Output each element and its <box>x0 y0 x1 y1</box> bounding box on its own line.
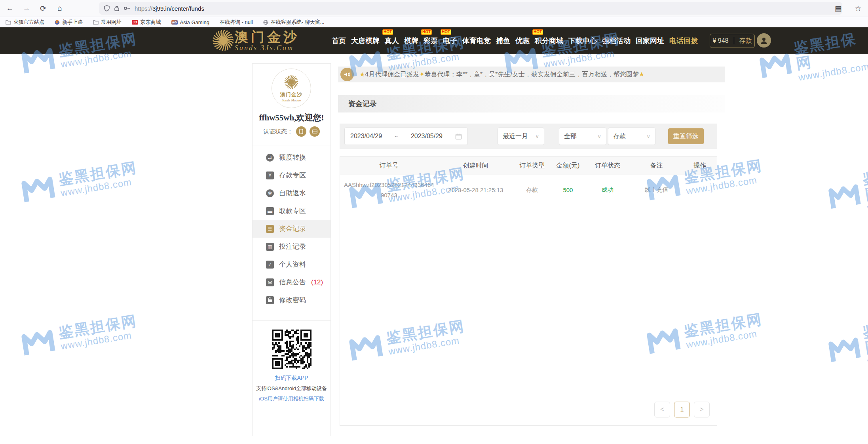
sidebar-item-funds[interactable]: ☰资金记录 <box>253 220 330 238</box>
bookmark-item[interactable]: JD京东商城 <box>132 19 161 26</box>
sidebar-menu: ⇄额度转换¥存款专区✻自助返水▬取款专区☰资金记录▥投注记录✓个人资料✉信息公告… <box>253 145 330 309</box>
nav-item-label: 下载中心 <box>568 37 597 45</box>
sidebar-item-label: 存款专区 <box>279 171 306 180</box>
reload-icon[interactable]: ⟳ <box>36 2 50 15</box>
nav-item[interactable]: HOT积分商城 <box>535 36 563 46</box>
reset-filter-button[interactable]: 重置筛选 <box>668 128 704 144</box>
column-header: 订单类型 <box>513 162 551 170</box>
next-page-button[interactable]: > <box>694 402 710 417</box>
nav-item-label: 积分商城 <box>535 37 563 45</box>
bookmark-item[interactable]: 火狐官方站点 <box>6 19 44 26</box>
deposit-button[interactable]: 存款 <box>739 37 752 45</box>
bookmark-item[interactable]: 在线咨询 - null <box>220 19 253 26</box>
sidebar-item-label: 额度转换 <box>279 153 306 162</box>
cell-type: 存款 <box>513 186 551 194</box>
sidebar-toggle-icon[interactable]: ▤ <box>832 2 845 15</box>
page-title-strip: 资金记录 <box>338 95 725 112</box>
sidebar-item-profile[interactable]: ✓个人资料 <box>253 255 330 273</box>
user-avatar-icon[interactable] <box>757 33 771 48</box>
bookmark-item[interactable]: 常用网址 <box>93 19 122 26</box>
category-select-value: 全部 <box>564 132 577 141</box>
prev-page-button[interactable]: < <box>654 402 670 417</box>
balance-pill[interactable]: ¥ 948 存款 <box>710 34 755 48</box>
nav-item[interactable]: 首页 <box>332 36 346 46</box>
announcement-bar: ★4月代理佣金已派发✦恭喜代理：李**，章*，吴*先生/女士，获实发佣金前三，百… <box>338 67 725 82</box>
nav-item[interactable]: HOT电子 <box>443 36 457 46</box>
bookmark-item[interactable]: AGAsia Gaming <box>171 19 209 25</box>
date-range-input[interactable]: 2023/04/29 ~ 2023/05/29 <box>344 128 468 145</box>
sidebar-item-exchange[interactable]: ⇄额度转换 <box>253 149 330 166</box>
cell-remark: 线上充值 <box>630 186 683 194</box>
bookmark-star-icon[interactable]: ☆ <box>851 2 865 15</box>
sidebar-item-label: 投注记录 <box>279 242 306 251</box>
current-page-button[interactable]: 1 <box>674 402 690 417</box>
avatar-sunburst-icon <box>284 74 299 91</box>
nav-item[interactable]: 回家网址 <box>636 36 664 46</box>
nav-item-label: 体育电竞 <box>462 37 491 45</box>
exchange-icon: ⇄ <box>266 154 274 162</box>
qr-support-text: 支持iOS&Android全部移动设备 <box>253 385 330 392</box>
mail-icon: ✉ <box>266 278 274 286</box>
logo-subtitle: Sands 3Js.Com <box>235 44 300 52</box>
nav-item[interactable]: 下载中心 <box>568 36 597 46</box>
nav-item[interactable]: 强档活动 <box>602 36 631 46</box>
nav-item[interactable]: 棋牌 <box>404 36 418 46</box>
nav-item[interactable]: 体育电竞 <box>462 36 491 46</box>
nav-item-label: 捕鱼 <box>496 37 510 45</box>
card-verify-icon[interactable] <box>310 126 320 137</box>
qr-download-link[interactable]: 扫码下载APP <box>253 375 330 382</box>
sidebar-item-mail[interactable]: ✉信息公告(12) <box>253 273 330 291</box>
watermark: 鉴黑担保网www.jhdb8.com <box>825 160 868 219</box>
category-select[interactable]: 全部 ∨ <box>559 128 606 145</box>
nav-item-label: 彩票 <box>424 37 438 45</box>
nav-item-label: 大唐棋牌 <box>351 37 380 45</box>
sidebar-item-withdraw[interactable]: ▬取款专区 <box>253 202 330 220</box>
nav-item[interactable]: HOT彩票 <box>424 36 438 46</box>
calendar-icon <box>455 133 462 140</box>
nav-item[interactable]: 大唐棋牌 <box>351 36 380 46</box>
bookmark-item[interactable]: 在线客服系统- 聊天窗... <box>263 19 325 26</box>
cell-status: 成功 <box>585 186 630 194</box>
nav-item[interactable]: 捕鱼 <box>496 36 510 46</box>
type-select[interactable]: 存款 ∨ <box>608 128 655 145</box>
lock-icon <box>266 296 274 304</box>
chevron-down-icon: ∨ <box>597 133 601 139</box>
page-title: 资金记录 <box>348 99 377 109</box>
nav-item[interactable]: 电话回拨 <box>669 36 698 46</box>
nav-item-label: 优惠 <box>515 37 530 45</box>
sidebar-item-label: 资金记录 <box>279 224 306 233</box>
home-icon[interactable]: ⌂ <box>53 2 66 15</box>
url-bar[interactable]: https://3j99.in/center/funds <box>99 2 842 15</box>
sidebar-item-deposit[interactable]: ¥存款专区 <box>253 166 330 184</box>
sidebar-item-bets[interactable]: ▥投注记录 <box>253 238 330 255</box>
site-logo[interactable]: 澳门金沙 Sands 3Js.Com <box>212 29 300 53</box>
avatar-brand-subtext: Sands Macao <box>282 98 301 102</box>
browser-window: ← → ⟳ ⌂ https://3j99.in/center/funds ▤ ☆… <box>0 0 868 444</box>
bookmark-item[interactable]: 新手上路 <box>55 19 83 26</box>
funds-table-card: 订单号创建时间订单类型金额(元)订单状态备注操作 AAShhwzf2023052… <box>340 156 717 426</box>
back-icon[interactable]: ← <box>3 2 17 15</box>
range-select[interactable]: 最近一月 ∨ <box>498 128 544 145</box>
type-select-value: 存款 <box>613 132 626 141</box>
filter-bar: 2023/04/29 ~ 2023/05/29 最近一月 ∨ 全部 ∨ 存款 ∨… <box>340 124 717 149</box>
bookmark-label: 在线咨询 - null <box>220 19 253 26</box>
nav-item-label: 首页 <box>332 37 346 45</box>
balance-amount: ¥ 948 <box>712 37 728 44</box>
sidebar-item-label: 取款专区 <box>279 206 306 215</box>
sidebar-item-label: 个人资料 <box>279 260 306 269</box>
cell-order_no: AAShhwzf202305282124433646490743 <box>340 180 438 200</box>
qr-ios-hint-link[interactable]: iOS用户请使用相机扫码下载 <box>253 395 330 402</box>
sidebar-item-rebate[interactable]: ✻自助返水 <box>253 184 330 202</box>
sidebar: 澳门金沙 Sands Macao ffhw55wh,欢迎您! 认证状态： ⇄额度… <box>252 63 331 436</box>
nav-item-label: 回家网址 <box>636 37 664 45</box>
rebate-icon: ✻ <box>266 189 274 197</box>
welcome-text: ffhw55wh,欢迎您! <box>253 112 330 123</box>
hot-badge: HOT <box>532 29 543 35</box>
bets-icon: ▥ <box>266 243 274 251</box>
sidebar-item-lock[interactable]: 修改密码 <box>253 291 330 309</box>
auth-status-row: 认证状态： <box>253 126 330 137</box>
nav-item[interactable]: HOT真人 <box>385 36 399 46</box>
phone-verify-icon[interactable] <box>296 126 306 137</box>
forward-icon[interactable]: → <box>20 2 33 15</box>
nav-item[interactable]: 优惠 <box>515 36 530 46</box>
